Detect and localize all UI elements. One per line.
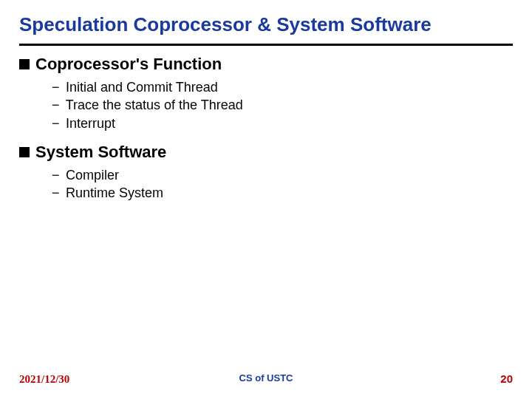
list-item: − Trace the status of the Thread [52,96,513,114]
list-item-text: Compiler [66,168,119,183]
section-heading: Coprocessor's Function [19,55,513,74]
list-item-text: Interrupt [66,116,115,131]
slide-title: Speculation Coprocessor & System Softwar… [19,13,513,36]
section-coprocessor: Coprocessor's Function − Initial and Com… [19,55,513,132]
list-item: − Runtime System [52,184,513,202]
footer-page-number: 20 [500,372,513,385]
section-items: − Compiler − Runtime System [19,166,513,202]
list-item: − Interrupt [52,115,513,132]
list-item-text: Trace the status of the Thread [66,98,243,112]
list-item: − Compiler [52,166,513,184]
square-bullet-icon [19,147,30,157]
section-heading-text: System Software [35,143,166,162]
list-item-text: Initial and Commit Thread [66,80,218,95]
dash-icon: − [52,115,62,132]
dash-icon: − [52,78,62,96]
section-system-software: System Software − Compiler − Runtime Sys… [19,143,513,202]
list-item-text: Runtime System [66,185,163,200]
section-items: − Initial and Commit Thread − Trace the … [19,78,513,132]
footer-date: 2021/12/30 [19,373,69,386]
footer: 2021/12/30 CS of USTC 20 [0,372,532,386]
slide: Speculation Coprocessor & System Softwar… [0,0,532,399]
footer-center: CS of USTC [239,372,293,383]
list-item: − Initial and Commit Thread [52,78,513,96]
title-rule [19,44,513,46]
section-heading: System Software [19,143,513,162]
dash-icon: − [52,184,62,202]
section-heading-text: Coprocessor's Function [35,55,222,74]
dash-icon: − [52,96,62,114]
dash-icon: − [52,166,62,184]
square-bullet-icon [19,59,30,69]
